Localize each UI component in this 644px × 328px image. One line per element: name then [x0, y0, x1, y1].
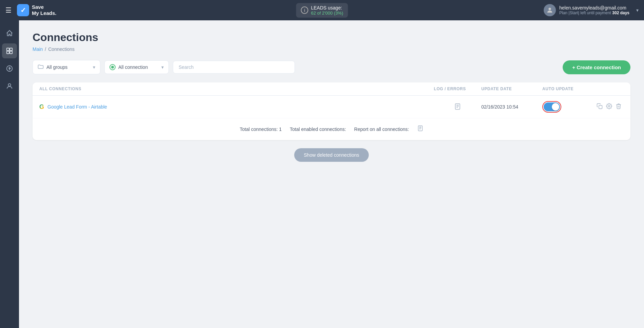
- toggle-wrapper: [542, 101, 561, 113]
- user-avatar: [544, 4, 556, 16]
- filters-row: All groups ▾ All connection ▾ + Create c…: [33, 60, 630, 74]
- svg-rect-4: [10, 51, 12, 54]
- svg-point-6: [8, 84, 11, 86]
- sidebar-item-home[interactable]: [2, 26, 17, 41]
- connection-filter-label: All connection: [118, 64, 148, 70]
- info-icon: i: [301, 6, 308, 14]
- breadcrumb: Main / Connections: [33, 46, 630, 52]
- connection-chevron-icon: ▾: [161, 64, 164, 70]
- svg-point-9: [608, 105, 610, 107]
- log-icon-cell[interactable]: [434, 103, 481, 111]
- auto-update-toggle[interactable]: [544, 102, 560, 111]
- connection-status-icon: [109, 64, 116, 70]
- show-deleted-container: Show deleted connections: [33, 148, 630, 162]
- connection-filter[interactable]: All connection ▾: [104, 60, 169, 74]
- sidebar-item-billing[interactable]: [2, 61, 17, 76]
- user-info[interactable]: helen.savemyleads@gmail.com Plan |Start|…: [544, 4, 629, 16]
- user-email: helen.savemyleads@gmail.com: [559, 5, 629, 11]
- google-icon: G: [39, 103, 44, 111]
- leads-usage-center: i LEADS usage: 62 of 2'000 (3%): [296, 3, 348, 18]
- show-deleted-button[interactable]: Show deleted connections: [294, 148, 368, 162]
- svg-rect-3: [7, 51, 9, 54]
- main-layout: Connections Main / Connections All group…: [0, 20, 644, 328]
- header-chevron-icon[interactable]: ▾: [636, 7, 639, 13]
- toggle-thumb: [552, 103, 559, 111]
- page-title: Connections: [33, 31, 630, 44]
- auto-update-cell: [542, 101, 597, 113]
- connection-name-cell[interactable]: G Google Lead Form - Airtable: [39, 103, 434, 111]
- header-update-date: UPDATE DATE: [481, 86, 542, 91]
- content-area: Connections Main / Connections All group…: [19, 20, 644, 328]
- app-header: ☰ ✓ SaveMy Leads. i LEADS usage: 62 of 2…: [0, 0, 644, 20]
- svg-rect-2: [10, 48, 12, 51]
- leads-usage-text: LEADS usage: 62 of 2'000 (3%): [311, 5, 343, 16]
- row-actions: [597, 103, 624, 111]
- settings-icon[interactable]: [606, 103, 612, 111]
- breadcrumb-main-link[interactable]: Main: [33, 46, 43, 52]
- table-header: ALL CONNECTIONS LOG / ERRORS UPDATE DATE…: [33, 82, 630, 96]
- copy-icon[interactable]: [597, 103, 603, 111]
- svg-rect-8: [599, 105, 602, 109]
- report-label: Report on all connections:: [354, 127, 409, 132]
- header-right: helen.savemyleads@gmail.com Plan |Start|…: [544, 4, 639, 16]
- leads-usage-label: LEADS usage:: [311, 5, 343, 11]
- menu-icon[interactable]: ☰: [5, 6, 12, 14]
- logo-checkmark: ✓: [20, 6, 26, 14]
- table-footer: Total connections: 1 Total enabled conne…: [33, 118, 630, 140]
- svg-point-0: [548, 8, 551, 10]
- user-details: helen.savemyleads@gmail.com Plan |Start|…: [559, 5, 629, 15]
- total-enabled: Total enabled connections:: [290, 127, 346, 132]
- connection-name-label: Google Lead Form - Airtable: [47, 104, 107, 110]
- breadcrumb-current: Connections: [48, 46, 75, 52]
- total-connections: Total connections: 1: [240, 127, 282, 132]
- connections-table: ALL CONNECTIONS LOG / ERRORS UPDATE DATE…: [33, 82, 630, 140]
- logo-icon: ✓: [17, 4, 29, 16]
- leads-count: 62 of 2'000 (3%): [311, 11, 343, 16]
- report-icon[interactable]: [417, 125, 423, 133]
- user-plan: Plan |Start| left until payment 302 days: [559, 11, 629, 15]
- sidebar-item-connections[interactable]: [2, 43, 17, 58]
- svg-rect-1: [7, 48, 9, 51]
- header-connections: ALL CONNECTIONS: [39, 86, 434, 91]
- header-auto-update: AUTO UPDATE: [542, 86, 597, 91]
- leads-usage-box: i LEADS usage: 62 of 2'000 (3%): [296, 3, 348, 18]
- search-container: [173, 61, 295, 74]
- header-actions: [597, 86, 624, 91]
- search-input[interactable]: [173, 61, 295, 74]
- header-log-errors: LOG / ERRORS: [434, 86, 481, 91]
- logo: ✓ SaveMy Leads.: [17, 4, 57, 16]
- breadcrumb-separator: /: [45, 46, 46, 52]
- sidebar: [0, 20, 19, 328]
- delete-icon[interactable]: [616, 103, 622, 111]
- create-connection-button[interactable]: + Create connection: [563, 60, 630, 74]
- sidebar-item-account[interactable]: [2, 79, 17, 94]
- svg-rect-7: [455, 104, 460, 110]
- update-date-cell: 02/16/2023 10:54: [481, 104, 542, 110]
- groups-filter-label: All groups: [46, 64, 67, 70]
- groups-folder-icon: [38, 64, 44, 71]
- groups-chevron-icon: ▾: [93, 64, 95, 70]
- svg-rect-10: [418, 126, 422, 131]
- groups-filter[interactable]: All groups ▾: [33, 60, 100, 74]
- table-row: G Google Lead Form - Airtable 02/16/2023…: [33, 96, 630, 118]
- logo-text: SaveMy Leads.: [32, 4, 57, 16]
